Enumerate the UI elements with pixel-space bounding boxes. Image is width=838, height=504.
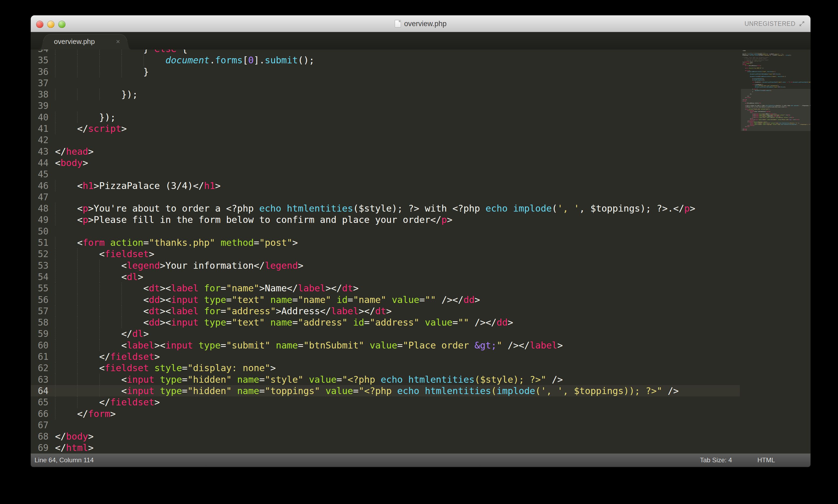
line-number: 49 [31, 214, 55, 226]
line-number: 67 [31, 420, 55, 431]
line-number: 41 [31, 123, 55, 134]
code-rows: 34 } else {35 document.forms[0].submit()… [31, 50, 740, 454]
minimap-viewport[interactable] [741, 89, 810, 131]
line-number: 66 [31, 408, 55, 420]
code-line[interactable]: 53 <legend>Your information</legend> [31, 260, 740, 271]
line-number: 64 [31, 385, 55, 397]
code-line[interactable]: 69</html> [31, 442, 740, 453]
code-line[interactable]: 57 <dt><label for="address">Address</lab… [31, 305, 740, 317]
code-line[interactable]: 41 </script> [31, 123, 740, 134]
code-line[interactable]: 38 }); [31, 89, 740, 100]
line-number: 53 [31, 260, 55, 271]
line-number: 59 [31, 328, 55, 340]
caret-position-label: Line 64, Column 114 [35, 456, 94, 464]
code-line[interactable]: 43</head> [31, 146, 740, 157]
code-line[interactable]: 48 <p>You're about to order a <?php echo… [31, 203, 740, 214]
code-line[interactable]: 64 <input type="hidden" name="toppings" … [31, 385, 740, 396]
line-number: 62 [31, 362, 55, 374]
code-line[interactable]: 46 <h1>PizzaPalace (3/4)</h1> [31, 180, 740, 191]
line-number: 44 [31, 157, 55, 169]
code-line[interactable]: 51 <form action="thanks.php" method="pos… [31, 237, 740, 248]
line-number: 50 [31, 226, 55, 237]
unregistered-label: UNREGISTERED [745, 20, 796, 28]
code-line[interactable]: 65 </fieldset> [31, 396, 740, 408]
document-icon [395, 20, 401, 28]
resize-arrows-icon [798, 20, 806, 28]
code-line[interactable]: 55 <dt><label for="name">Name</label></d… [31, 283, 740, 294]
tab-bar: overview.php × [31, 32, 810, 50]
line-number: 52 [31, 249, 55, 260]
code-line[interactable]: 54 <dl> [31, 271, 740, 283]
line-number: 57 [31, 306, 55, 317]
line-number: 39 [31, 100, 55, 112]
code-line[interactable]: 67 [31, 419, 740, 431]
line-number: 37 [31, 78, 55, 89]
code-line[interactable]: 50 [31, 226, 740, 237]
line-number: 40 [31, 112, 55, 123]
code-line[interactable]: 34 } else { [31, 50, 740, 54]
code-line[interactable]: 39 [31, 100, 740, 111]
window-title: overview.php [404, 20, 447, 28]
minimap-line: var formValid = (document.getElementById… [743, 82, 810, 83]
tab-size-control[interactable]: Tab Size: 4 [700, 456, 732, 464]
code-line[interactable]: 66 </form> [31, 408, 740, 419]
line-number: 42 [31, 134, 55, 146]
status-bar: Line 64, Column 114 Tab Size: 4 HTML [31, 454, 810, 467]
line-number: 69 [31, 442, 55, 454]
line-number: 56 [31, 294, 55, 306]
code-line[interactable]: 63 <input type="hidden" name="style" val… [31, 374, 740, 385]
title-bar: overview.php UNREGISTERED [31, 15, 810, 32]
code-line[interactable]: 37 [31, 77, 740, 89]
code-line[interactable]: 61 </fieldset> [31, 351, 740, 362]
line-number: 65 [31, 397, 55, 408]
code-line[interactable]: 44<body> [31, 157, 740, 168]
line-number: 68 [31, 431, 55, 442]
line-number: 36 [31, 66, 55, 78]
code-line[interactable]: 40 }); [31, 112, 740, 123]
minimap[interactable]: <?php// extract style & toppings from po… [743, 50, 810, 131]
line-number: 34 [31, 50, 55, 55]
code-line[interactable]: 58 <dd><input type="text" name="address"… [31, 317, 740, 328]
syntax-mode-control[interactable]: HTML [757, 456, 775, 464]
line-number: 35 [31, 55, 55, 66]
code-line[interactable]: 56 <dd><input type="text" name="name" id… [31, 294, 740, 305]
line-number: 63 [31, 374, 55, 385]
tab-overview-php[interactable]: overview.php × [38, 34, 132, 50]
line-number: 51 [31, 237, 55, 249]
editor-pane[interactable]: 34 } else {35 document.forms[0].submit()… [31, 50, 810, 454]
code-line[interactable]: 47 [31, 191, 740, 203]
code-line[interactable]: 49 <p>Please fill in the form below to c… [31, 214, 740, 225]
line-number: 48 [31, 203, 55, 214]
line-number: 47 [31, 192, 55, 203]
code-line[interactable]: 42 [31, 134, 740, 146]
code-line[interactable]: 62 <fieldset style="display: none"> [31, 362, 740, 374]
line-number: 38 [31, 89, 55, 100]
line-number: 58 [31, 317, 55, 328]
sublime-window: overview.php UNREGISTERED overview.php ×… [31, 15, 810, 467]
line-number: 43 [31, 146, 55, 157]
code-line[interactable]: 36 } [31, 66, 740, 77]
line-number: 54 [31, 271, 55, 283]
line-number: 55 [31, 283, 55, 294]
code-line[interactable]: 59 </dl> [31, 328, 740, 339]
line-number: 46 [31, 180, 55, 192]
code-line[interactable]: 52 <fieldset> [31, 248, 740, 259]
code-line[interactable]: 45 [31, 168, 740, 180]
line-number: 61 [31, 351, 55, 362]
code-line[interactable]: 60 <label><input type="submit" name="btn… [31, 340, 740, 351]
tab-close-icon[interactable]: × [116, 37, 120, 46]
tab-label: overview.php [54, 37, 95, 46]
code-line[interactable]: 68</body> [31, 431, 740, 442]
line-number: 60 [31, 340, 55, 351]
line-number: 45 [31, 169, 55, 180]
code-line[interactable]: 35 document.forms[0].submit(); [31, 54, 740, 66]
